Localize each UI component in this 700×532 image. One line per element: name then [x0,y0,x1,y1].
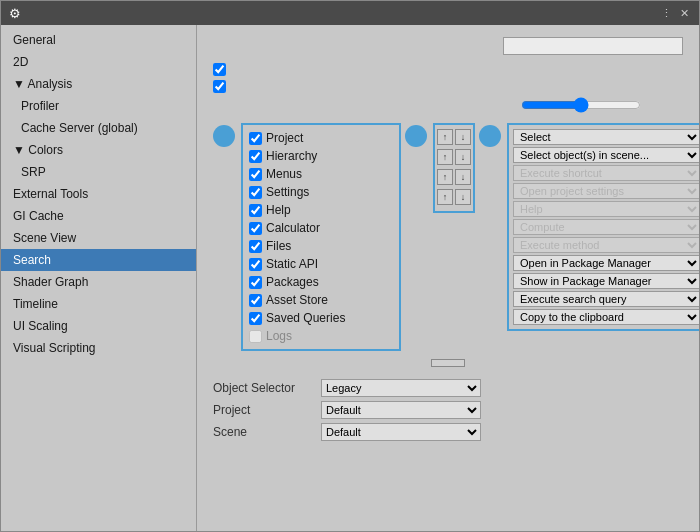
actions-column: SelectSelect object(s) in scene...Execut… [507,123,699,331]
thumbnail-checkbox[interactable] [213,80,226,93]
title-bar-controls: ⋮ ✕ [659,6,691,20]
sidebar-item---colors[interactable]: ▼ Colors [1,139,196,161]
sidebar: General2D▼ AnalysisProfilerCache Server … [1,25,197,531]
action-select-0[interactable]: Select [513,129,699,145]
track-selection-checkbox[interactable] [213,63,226,76]
sidebar-item-gi-cache[interactable]: GI Cache [1,205,196,227]
arrow-down-3[interactable]: ↓ [455,189,471,205]
engine-label-0: Object Selector [213,381,313,395]
sidebar-item-visual-scripting[interactable]: Visual Scripting [1,337,196,359]
sidebar-item-2d[interactable]: 2D [1,51,196,73]
provider-row-settings: Settings [245,183,397,201]
action-select-1[interactable]: Select object(s) in scene... [513,147,699,163]
provider-label-calculator: Calculator [266,221,320,235]
provider-label-project: Project [266,131,303,145]
arrow-pair-0: ↑↓ [437,129,471,145]
action-select-6: Execute method [513,237,699,253]
provider-checkbox-project[interactable] [249,132,262,145]
sidebar-item-srp[interactable]: SRP [1,161,196,183]
search-engines-section: Object SelectorLegacyProjectDefaultScene… [213,379,683,441]
provider-checkbox-hierarchy[interactable] [249,150,262,163]
provider-checkbox-files[interactable] [249,240,262,253]
arrow-down-1[interactable]: ↓ [455,149,471,165]
engine-select-scene[interactable]: Default [321,423,481,441]
close-button[interactable]: ✕ [677,6,691,20]
provider-row-asset-store: Asset Store [245,291,397,309]
arrow-up-1[interactable]: ↑ [437,149,453,165]
provider-label-packages: Packages [266,275,319,289]
sidebar-item-cache-server--global-[interactable]: Cache Server (global) [1,117,196,139]
action-select-7[interactable]: Open in Package Manager [513,255,699,271]
engine-row-object-selector: Object SelectorLegacy [213,379,683,397]
engine-select-project[interactable]: Default [321,401,481,419]
provider-checkbox-calculator[interactable] [249,222,262,235]
action-select-10[interactable]: Copy to the clipboard [513,309,699,325]
action-select-2: Execute shortcut [513,165,699,181]
provider-checkbox-menus[interactable] [249,168,262,181]
preferences-window: ⚙ ⋮ ✕ General2D▼ AnalysisProfilerCache S… [0,0,700,532]
provider-checkbox-help[interactable] [249,204,262,217]
arrow-down-0[interactable]: ↓ [455,129,471,145]
search-input[interactable] [503,37,683,55]
badge-a [213,125,235,147]
badge-b [405,125,427,147]
provider-checkbox-settings[interactable] [249,186,262,199]
providers-list: ProjectHierarchyMenusSettingsHelpCalcula… [243,125,399,349]
provider-label-asset-store: Asset Store [266,293,328,307]
provider-checkbox-packages[interactable] [249,276,262,289]
debounce-slider[interactable] [521,97,641,113]
sidebar-item-ui-scaling[interactable]: UI Scaling [1,315,196,337]
badge-c [479,125,501,147]
minimize-button[interactable]: ⋮ [659,6,673,20]
provider-label-saved-queries: Saved Queries [266,311,345,325]
arrow-up-2[interactable]: ↑ [437,169,453,185]
provider-label-logs: Logs [266,329,292,343]
title-bar: ⚙ ⋮ ✕ [1,1,699,25]
provider-row-hierarchy: Hierarchy [245,147,397,165]
action-select-3: Open project settings [513,183,699,199]
sidebar-item-search[interactable]: Search [1,249,196,271]
action-select-8[interactable]: Show in Package Manager [513,273,699,289]
provider-label-hierarchy: Hierarchy [266,149,317,163]
reset-providers-button[interactable] [431,359,465,367]
sidebar-item-timeline[interactable]: Timeline [1,293,196,315]
sidebar-item-external-tools[interactable]: External Tools [1,183,196,205]
provider-label-help: Help [266,203,291,217]
arrow-down-2[interactable]: ↓ [455,169,471,185]
action-select-4: Help [513,201,699,217]
provider-row-menus: Menus [245,165,397,183]
engines-list: Object SelectorLegacyProjectDefaultScene… [213,379,683,441]
arrow-pair-2: ↑↓ [437,169,471,185]
provider-row-project: Project [245,129,397,147]
providers-column: ProjectHierarchyMenusSettingsHelpCalcula… [241,123,401,351]
engine-row-project: ProjectDefault [213,401,683,419]
arrows-column: ↑↓↑↓↑↓↑↓ [433,123,475,213]
debounce-row [213,97,683,113]
sidebar-item-profiler[interactable]: Profiler [1,95,196,117]
arrow-up-0[interactable]: ↑ [437,129,453,145]
title-bar-icon: ⚙ [9,6,21,21]
option-track-selection [213,63,683,76]
provider-row-calculator: Calculator [245,219,397,237]
option-thumbnail [213,80,683,93]
provider-row-logs: Logs [245,327,397,345]
provider-label-menus: Menus [266,167,302,181]
provider-checkbox-logs[interactable] [249,330,262,343]
sidebar-item-shader-graph[interactable]: Shader Graph [1,271,196,293]
provider-row-files: Files [245,237,397,255]
sidebar-item---analysis[interactable]: ▼ Analysis [1,73,196,95]
provider-row-saved-queries: Saved Queries [245,309,397,327]
provider-panel: ProjectHierarchyMenusSettingsHelpCalcula… [213,123,683,351]
provider-checkbox-static-api[interactable] [249,258,262,271]
provider-row-static-api: Static API [245,255,397,273]
sidebar-item-scene-view[interactable]: Scene View [1,227,196,249]
provider-label-static-api: Static API [266,257,318,271]
action-select-9[interactable]: Execute search query [513,291,699,307]
provider-checkbox-saved-queries[interactable] [249,312,262,325]
window-content: General2D▼ AnalysisProfilerCache Server … [1,25,699,531]
provider-checkbox-asset-store[interactable] [249,294,262,307]
provider-row-packages: Packages [245,273,397,291]
sidebar-item-general[interactable]: General [1,29,196,51]
engine-select-object-selector[interactable]: Legacy [321,379,481,397]
arrow-up-3[interactable]: ↑ [437,189,453,205]
